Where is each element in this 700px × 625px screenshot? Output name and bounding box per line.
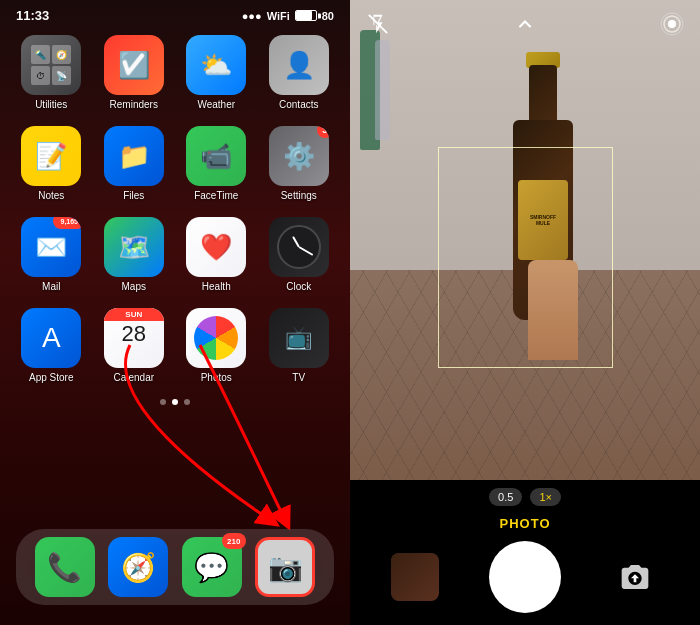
calendar-day-header: SUN xyxy=(104,308,164,321)
live-photo-icon xyxy=(660,12,684,36)
reminders-label: Reminders xyxy=(110,99,158,110)
battery-icon xyxy=(295,10,317,21)
files-label: Files xyxy=(123,190,144,201)
app-grid-row4: A App Store SUN 28 Calendar Photos 📺 xyxy=(0,300,350,391)
zoom-1x-button[interactable]: 1× xyxy=(530,488,561,506)
status-right: ●●● WiFi 80 xyxy=(242,10,334,22)
utilities-label: Utilities xyxy=(35,99,67,110)
settings-badge: 3 xyxy=(317,126,329,138)
status-bar: 11:33 ●●● WiFi 80 xyxy=(0,0,350,27)
mail-badge: 9,165 xyxy=(53,217,81,229)
camera-viewfinder: SMIRNOFFMULE xyxy=(350,0,700,490)
tv-label: TV xyxy=(292,372,305,383)
dock: 📞 🧭 💬 210 📷 xyxy=(16,529,334,605)
camera-mode-label: PHOTO xyxy=(500,516,551,531)
notes-label: Notes xyxy=(38,190,64,201)
weather-label: Weather xyxy=(197,99,235,110)
app-grid-row3: ✉️ 9,165 Mail 🗺️ Maps ❤️ Health Clock xyxy=(0,209,350,300)
shutter-button[interactable] xyxy=(489,541,561,613)
app-item-maps[interactable]: 🗺️ Maps xyxy=(99,217,170,292)
dot-2 xyxy=(172,399,178,405)
calendar-date-number: 28 xyxy=(122,323,146,345)
health-label: Health xyxy=(202,281,231,292)
clock-label: Clock xyxy=(286,281,311,292)
dot-1 xyxy=(160,399,166,405)
flip-camera-icon xyxy=(619,561,651,593)
dock-app-camera[interactable]: 📷 xyxy=(255,537,315,597)
health-icon[interactable]: ❤️ xyxy=(186,217,246,277)
camera-bottom-controls: 0.5 1× PHOTO xyxy=(350,480,700,625)
wifi-icon: WiFi xyxy=(267,10,290,22)
flash-button[interactable] xyxy=(362,8,394,40)
svg-line-1 xyxy=(369,15,387,33)
phone-dock-icon[interactable]: 📞 xyxy=(35,537,95,597)
app-item-calendar[interactable]: SUN 28 Calendar xyxy=(99,308,170,383)
app-item-mail[interactable]: ✉️ 9,165 Mail xyxy=(16,217,87,292)
dock-app-messages[interactable]: 💬 210 xyxy=(182,537,242,597)
zoom-half-button[interactable]: 0.5 xyxy=(489,488,522,506)
signal-icon: ●●● xyxy=(242,10,262,22)
flip-camera-button[interactable] xyxy=(611,553,659,601)
app-item-reminders[interactable]: ☑️ Reminders xyxy=(99,35,170,110)
contacts-label: Contacts xyxy=(279,99,318,110)
notes-icon[interactable]: 📝 xyxy=(21,126,81,186)
page-indicator xyxy=(0,391,350,413)
chevron-up-icon xyxy=(515,14,535,34)
app-item-facetime[interactable]: 📹 FaceTime xyxy=(181,126,252,201)
battery-fill xyxy=(296,11,312,20)
app-item-tv[interactable]: 📺 TV xyxy=(264,308,335,383)
iphone-home-screen: 11:33 ●●● WiFi 80 🔦 🧭 ⏱ 📡 Utilities xyxy=(0,0,350,625)
facetime-icon[interactable]: 📹 xyxy=(186,126,246,186)
chevron-up-button[interactable] xyxy=(509,8,541,40)
camera-app: SMIRNOFFMULE xyxy=(350,0,700,625)
focus-box xyxy=(438,147,613,368)
appstore-label: App Store xyxy=(29,372,73,383)
weather-icon[interactable]: ⛅ xyxy=(186,35,246,95)
mail-icon[interactable]: ✉️ 9,165 xyxy=(21,217,81,277)
files-icon[interactable]: 📁 xyxy=(104,126,164,186)
app-item-utilities[interactable]: 🔦 🧭 ⏱ 📡 Utilities xyxy=(16,35,87,110)
settings-label: Settings xyxy=(281,190,317,201)
calendar-icon[interactable]: SUN 28 xyxy=(104,308,164,368)
reminders-icon[interactable]: ☑️ xyxy=(104,35,164,95)
app-item-appstore[interactable]: A App Store xyxy=(16,308,87,383)
dock-app-phone[interactable]: 📞 xyxy=(35,537,95,597)
photos-label: Photos xyxy=(201,372,232,383)
app-item-notes[interactable]: 📝 Notes xyxy=(16,126,87,201)
utilities-icon[interactable]: 🔦 🧭 ⏱ 📡 xyxy=(21,35,81,95)
zoom-controls: 0.5 1× xyxy=(489,488,561,506)
settings-icon[interactable]: ⚙️ 3 xyxy=(269,126,329,186)
flash-off-icon xyxy=(367,13,389,35)
battery-percent: 80 xyxy=(322,10,334,22)
tv-icon[interactable]: 📺 xyxy=(269,308,329,368)
safari-dock-icon[interactable]: 🧭 xyxy=(108,537,168,597)
shutter-inner xyxy=(495,547,555,607)
maps-icon[interactable]: 🗺️ xyxy=(104,217,164,277)
app-grid-row2: 📝 Notes 📁 Files 📹 FaceTime ⚙️ 3 Settings xyxy=(0,118,350,209)
app-item-health[interactable]: ❤️ Health xyxy=(181,217,252,292)
app-grid-row1: 🔦 🧭 ⏱ 📡 Utilities ☑️ Reminders ⛅ Weather… xyxy=(0,27,350,118)
app-item-clock[interactable]: Clock xyxy=(264,217,335,292)
app-item-files[interactable]: 📁 Files xyxy=(99,126,170,201)
mail-label: Mail xyxy=(42,281,60,292)
camera-dock-icon[interactable]: 📷 xyxy=(255,537,315,597)
live-photo-button[interactable] xyxy=(656,8,688,40)
photos-icon[interactable] xyxy=(186,308,246,368)
messages-badge: 210 xyxy=(222,533,246,549)
app-item-contacts[interactable]: 👤 Contacts xyxy=(264,35,335,110)
last-photo-thumbnail[interactable] xyxy=(391,553,439,601)
app-item-weather[interactable]: ⛅ Weather xyxy=(181,35,252,110)
clock-icon[interactable] xyxy=(269,217,329,277)
messages-dock-icon[interactable]: 💬 210 xyxy=(182,537,242,597)
dot-3 xyxy=(184,399,190,405)
app-item-photos[interactable]: Photos xyxy=(181,308,252,383)
time-display: 11:33 xyxy=(16,8,49,23)
dock-app-safari[interactable]: 🧭 xyxy=(108,537,168,597)
facetime-label: FaceTime xyxy=(194,190,238,201)
appstore-icon[interactable]: A xyxy=(21,308,81,368)
app-item-settings[interactable]: ⚙️ 3 Settings xyxy=(264,126,335,201)
contacts-icon[interactable]: 👤 xyxy=(269,35,329,95)
maps-label: Maps xyxy=(122,281,146,292)
calendar-label: Calendar xyxy=(113,372,154,383)
camera-controls-row xyxy=(350,541,700,613)
